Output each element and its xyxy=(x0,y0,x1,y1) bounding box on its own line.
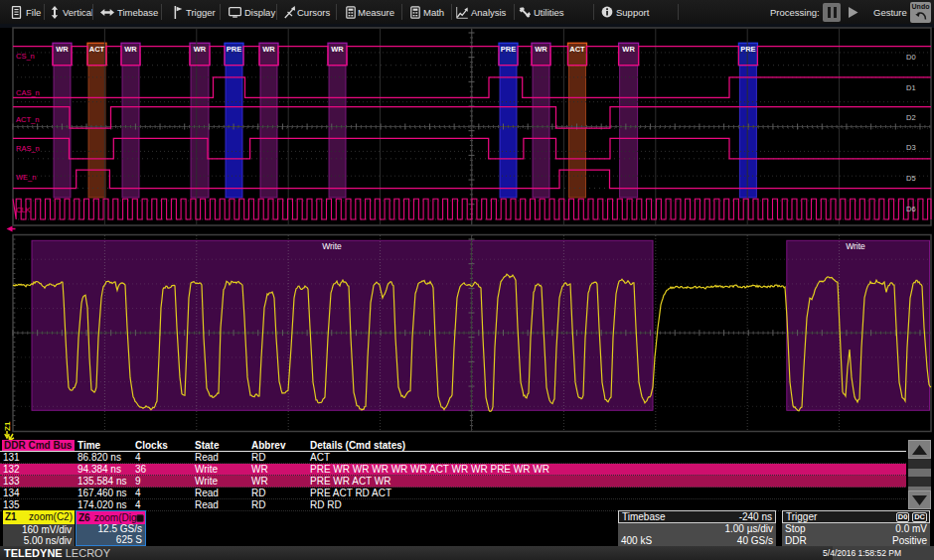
svg-text:ACT: ACT xyxy=(89,45,105,54)
svg-text:WR: WR xyxy=(535,45,547,54)
svg-text:WR: WR xyxy=(56,45,69,54)
svg-text:Write: Write xyxy=(846,241,865,251)
svg-text:D1: D1 xyxy=(906,83,916,92)
svg-text:PRE: PRE xyxy=(227,45,241,54)
svg-text:ACT_n: ACT_n xyxy=(16,115,39,124)
svg-text:D3: D3 xyxy=(906,143,916,152)
svg-text:PRE: PRE xyxy=(740,45,755,54)
svg-text:Write: Write xyxy=(322,241,342,251)
svg-text:D6: D6 xyxy=(906,205,916,213)
svg-text:D5: D5 xyxy=(906,174,916,183)
svg-text:Z1: Z1 xyxy=(3,421,12,431)
svg-text:RAS_n: RAS_n xyxy=(16,144,40,153)
svg-text:ACT: ACT xyxy=(569,45,585,54)
svg-text:CAS_n: CAS_n xyxy=(16,88,40,97)
svg-text:D0: D0 xyxy=(906,53,916,62)
svg-text:WR: WR xyxy=(124,45,137,54)
svg-text:PRE: PRE xyxy=(501,45,516,54)
svg-text:WR: WR xyxy=(262,45,275,54)
svg-text:CLK: CLK xyxy=(16,206,31,214)
svg-text:WR: WR xyxy=(331,45,344,54)
svg-text:WE_n: WE_n xyxy=(16,173,36,182)
svg-text:D2: D2 xyxy=(906,113,916,122)
svg-text:WR: WR xyxy=(622,45,635,54)
svg-text:CS_n: CS_n xyxy=(16,52,35,61)
svg-text:WR: WR xyxy=(194,45,207,54)
